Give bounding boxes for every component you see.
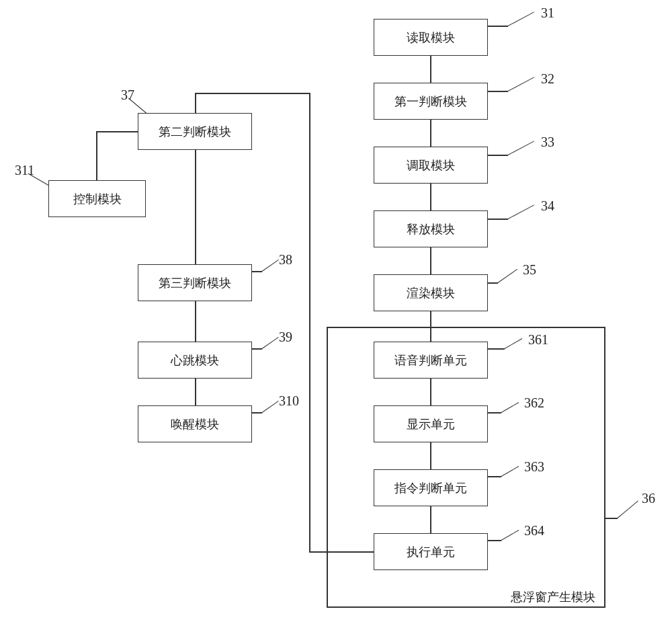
label-33: 调取模块 [407, 157, 455, 173]
num-362: 362 [524, 395, 544, 411]
num-32: 32 [541, 71, 554, 87]
box-311: 控制模块 [48, 180, 146, 217]
num-34: 34 [541, 198, 554, 214]
num-361: 361 [528, 332, 548, 348]
label-36: 悬浮窗产生模块 [511, 589, 595, 605]
label-311: 控制模块 [73, 191, 122, 207]
num-363: 363 [524, 459, 544, 475]
box-33: 调取模块 [374, 147, 488, 184]
label-310: 唤醒模块 [171, 416, 219, 432]
box-39: 心跳模块 [138, 342, 252, 379]
label-34: 释放模块 [407, 221, 455, 237]
box-32: 第一判断模块 [374, 83, 488, 120]
num-35: 35 [523, 262, 536, 278]
label-31: 读取模块 [407, 30, 455, 46]
box-310: 唤醒模块 [138, 405, 252, 442]
label-361: 语音判断单元 [394, 352, 467, 368]
num-364: 364 [524, 523, 544, 539]
label-364: 执行单元 [407, 544, 455, 560]
box-38: 第三判断模块 [138, 264, 252, 301]
num-33: 33 [541, 134, 554, 150]
num-31: 31 [541, 5, 554, 21]
box-31: 读取模块 [374, 19, 488, 56]
label-362: 显示单元 [407, 416, 455, 432]
num-310: 310 [279, 393, 299, 409]
label-39: 心跳模块 [171, 352, 219, 368]
diagram-canvas: 读取模块 31 第一判断模块 32 调取模块 33 释放模块 34 渲染模块 3… [0, 0, 672, 630]
label-37: 第二判断模块 [159, 124, 231, 140]
box-37: 第二判断模块 [138, 113, 252, 150]
num-36: 36 [642, 491, 655, 506]
box-364: 执行单元 [374, 533, 488, 570]
label-38: 第三判断模块 [159, 275, 231, 291]
num-39: 39 [279, 329, 292, 345]
box-34: 释放模块 [374, 210, 488, 247]
label-35: 渲染模块 [407, 285, 455, 301]
num-311: 311 [15, 163, 34, 178]
box-35: 渲染模块 [374, 274, 488, 311]
label-32: 第一判断模块 [394, 93, 467, 110]
box-362: 显示单元 [374, 405, 488, 442]
box-363: 指令判断单元 [374, 469, 488, 506]
box-361: 语音判断单元 [374, 342, 488, 379]
label-363: 指令判断单元 [394, 480, 467, 496]
num-37: 37 [121, 87, 134, 103]
num-38: 38 [279, 252, 292, 268]
